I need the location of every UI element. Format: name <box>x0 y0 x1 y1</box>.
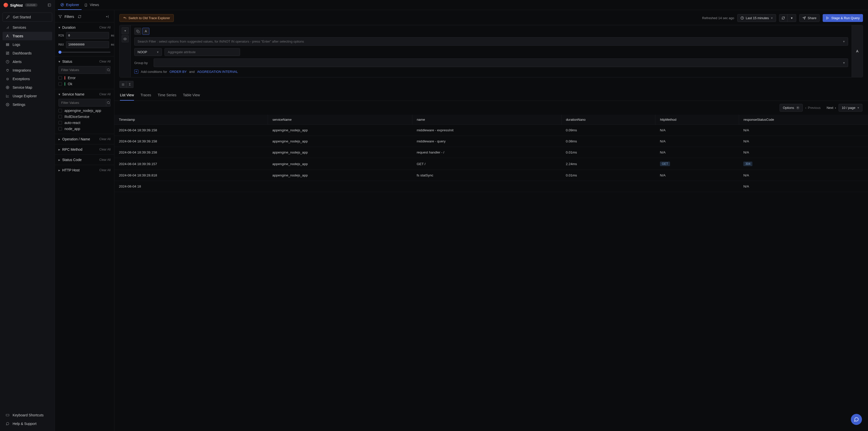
bars-icon <box>5 25 9 29</box>
sigma-format-button[interactable]: Σ <box>126 81 133 88</box>
chevron-down-icon[interactable]: ▾ <box>122 27 129 34</box>
col-name[interactable]: name <box>412 115 561 125</box>
chevron-down-icon: ▾ <box>58 25 60 29</box>
slider-thumb-icon[interactable] <box>58 51 61 54</box>
sidebar-item-help-support[interactable]: Help & Support <box>2 420 52 428</box>
previous-label[interactable]: Previous <box>808 106 820 110</box>
chevron-left-icon[interactable]: ‹ <box>805 106 806 110</box>
copy-icon[interactable] <box>134 28 141 35</box>
table-row[interactable]: 2024-08-04 18N/A <box>114 181 868 192</box>
facet-rpc-method-header[interactable]: ▸ RPC Method Clear All <box>58 147 111 151</box>
group-by-input[interactable]: ▾ <box>154 58 848 67</box>
sidebar-header: SigNoz CLOUD <box>0 0 55 10</box>
col-servicename[interactable]: serviceName <box>268 115 412 125</box>
time-range-select[interactable]: Last 15 minutes ▾ <box>737 14 776 22</box>
clear-all-rpc-method[interactable]: Clear All <box>99 148 111 151</box>
svg-line-28 <box>109 103 110 104</box>
sidebar-item-get-started[interactable]: Get Started <box>2 12 52 22</box>
duration-slider[interactable] <box>58 52 111 53</box>
max-input[interactable] <box>66 41 109 48</box>
result-tab-list-view[interactable]: List View <box>120 91 134 100</box>
filters-refresh-button[interactable] <box>76 13 83 20</box>
col-timestamp[interactable]: Timestamp <box>114 115 268 125</box>
nav-label: Services <box>12 25 26 29</box>
status-error-checkbox[interactable]: Error <box>58 76 111 80</box>
sidebar-item-service-map[interactable]: Service Map <box>2 83 52 92</box>
sidebar-item-exceptions[interactable]: Exceptions <box>2 75 52 83</box>
service-name-search-button[interactable] <box>106 99 111 107</box>
chevron-down-icon: ▾ <box>157 50 159 54</box>
stage-run-query-button[interactable]: Stage & Run Query <box>823 14 863 22</box>
sidebar-item-services[interactable]: Services <box>2 23 52 32</box>
cell-ts: 2024-08-04 18:39:28.818 <box>114 170 268 181</box>
chevron-right-icon[interactable]: › <box>835 106 836 110</box>
chart-icon <box>5 94 9 98</box>
service-name-item[interactable]: node_app <box>58 127 111 131</box>
tab-views[interactable]: Views <box>82 0 101 10</box>
clear-all-status[interactable]: Clear All <box>99 60 111 63</box>
sidebar-item-usage-explorer[interactable]: Usage Explorer <box>2 92 52 100</box>
col-httpmethod[interactable]: httpMethod <box>655 115 739 125</box>
table-row[interactable]: 2024-08-04 18:39:39.157appengine_nodejs_… <box>114 158 868 170</box>
table-row[interactable]: 2024-08-04 18:39:39.158appengine_nodejs_… <box>114 125 868 136</box>
sidebar-item-traces[interactable]: Traces <box>2 32 52 40</box>
aggregate-attribute-input[interactable]: Aggregate attribute <box>164 48 240 56</box>
status-ok-checkbox[interactable]: Ok <box>58 82 111 86</box>
refresh-dropdown-button[interactable]: ▾ <box>788 14 796 22</box>
query-letter-chip[interactable]: A <box>142 28 149 35</box>
result-tab-time-series[interactable]: Time Series <box>158 91 176 100</box>
clear-all-service-name[interactable]: Clear All <box>99 92 111 96</box>
facet-operation-name-header[interactable]: ▸ Operation / Name Clear All <box>58 137 111 141</box>
clear-all-http-host[interactable]: Clear All <box>99 168 111 172</box>
sidebar-item-dashboards[interactable]: Dashboards <box>2 49 52 57</box>
sidebar-item-alerts[interactable]: Alerts <box>2 57 52 66</box>
search-filter-input[interactable]: Search Filter : select options from sugg… <box>134 37 848 46</box>
result-tab-table-view[interactable]: Table View <box>183 91 200 100</box>
add-conditions-row[interactable]: + Add conditions for ORDER BY and AGGREG… <box>134 69 848 74</box>
table-row[interactable]: 2024-08-04 18:39:39.158appengine_nodejs_… <box>114 136 868 147</box>
table-row[interactable]: 2024-08-04 18:39:39.158appengine_nodejs_… <box>114 147 868 158</box>
result-tab-traces[interactable]: Traces <box>141 91 151 100</box>
sidebar-item-logs[interactable]: Logs <box>2 40 52 49</box>
col-durationnano[interactable]: durationNano <box>561 115 655 125</box>
clear-all-duration[interactable]: Clear All <box>99 26 111 29</box>
clear-all-operation-name[interactable]: Clear All <box>99 137 111 141</box>
send-icon <box>803 17 806 20</box>
facet-http-host-header[interactable]: ▸ HTTP Host Clear All <box>58 168 111 172</box>
facet-duration-header[interactable]: ▾ Duration Clear All <box>58 25 111 29</box>
service-name-item[interactable]: auto-react <box>58 121 111 125</box>
share-button[interactable]: Share <box>799 14 820 22</box>
results-table-wrap[interactable]: Timestamp serviceName name durationNano … <box>114 115 868 431</box>
sidebar-item-integrations[interactable]: Integrations <box>2 66 52 75</box>
table-row[interactable]: 2024-08-04 18:39:28.818appengine_nodejs_… <box>114 170 868 181</box>
refresh-button[interactable] <box>779 14 788 22</box>
service-name-filter-input[interactable] <box>58 99 106 107</box>
sidebar-item-keyboard-shortcuts[interactable]: Keyboard Shortcuts <box>2 411 52 420</box>
status-filter-input[interactable] <box>58 66 106 74</box>
switch-old-explorer-button[interactable]: Switch to Old Trace Explorer <box>119 14 174 22</box>
next-label[interactable]: Next <box>827 106 834 110</box>
options-button[interactable]: Options <box>780 104 803 112</box>
raw-format-button[interactable] <box>119 81 126 88</box>
per-page-select[interactable]: 10 / page ▾ <box>839 104 863 112</box>
facet-status-header[interactable]: ▾ Status Clear All <box>58 59 111 63</box>
noop-select[interactable]: NOOP ▾ <box>134 48 162 56</box>
sidebar-collapse-icon[interactable] <box>48 3 51 7</box>
service-name-item[interactable]: appengine_nodejs_app <box>58 109 111 113</box>
clear-all-status-code[interactable]: Clear All <box>99 158 111 162</box>
col-responsestatuscode[interactable]: responseStatusCode <box>739 115 868 125</box>
chat-fab[interactable] <box>851 414 862 425</box>
service-name-item[interactable]: RollDiceService <box>58 115 111 119</box>
agg-interval-link[interactable]: AGGREGATION INTERVAL <box>197 70 238 74</box>
eye-icon[interactable] <box>122 35 129 42</box>
order-by-link[interactable]: ORDER BY <box>169 70 187 74</box>
tab-explorer[interactable]: Explorer <box>58 0 82 10</box>
sidebar-item-settings[interactable]: Settings <box>2 100 52 109</box>
facet-status-code-header[interactable]: ▸ Status Code Clear All <box>58 158 111 162</box>
facet-service-name-header[interactable]: ▾ Service Name Clear All <box>58 92 111 96</box>
cell-method: N/A <box>655 147 739 158</box>
min-input[interactable] <box>66 32 109 39</box>
chevron-down-icon: ▾ <box>771 16 773 20</box>
filters-collapse-button[interactable] <box>104 13 111 20</box>
status-search-button[interactable] <box>106 66 111 74</box>
